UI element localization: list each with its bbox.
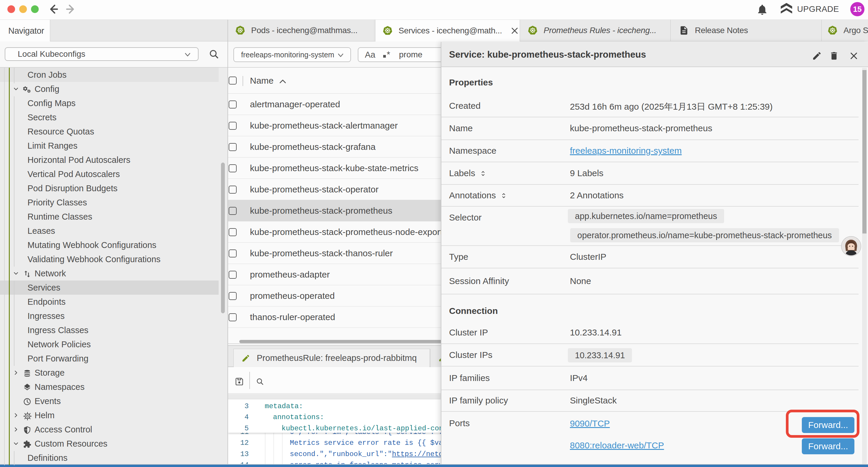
svg-text:*: * [387,50,390,59]
